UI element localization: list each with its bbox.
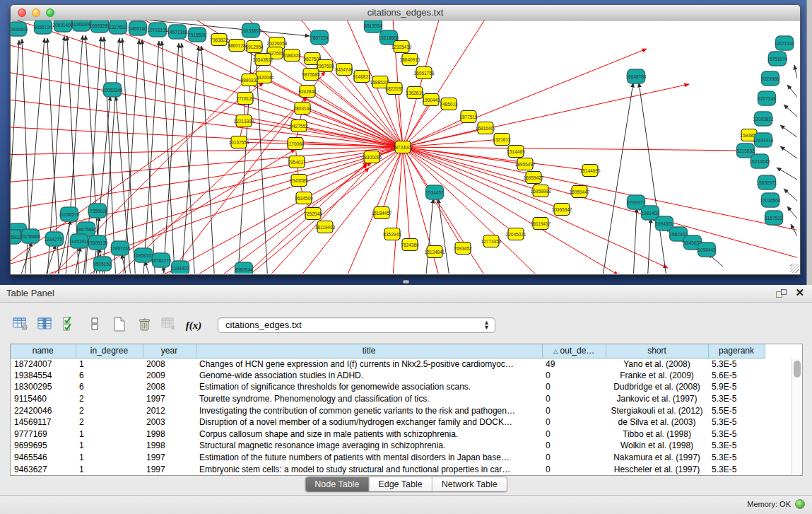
graph-node[interactable]: 1170064 (287, 138, 305, 150)
table-row[interactable]: 969969511998Structural magnetic resonanc… (11, 440, 765, 452)
function-builder-button[interactable]: f(x) (184, 316, 203, 334)
graph-node[interactable]: 8580544 (235, 262, 253, 274)
graph-node[interactable]: 10653287 (90, 21, 110, 33)
tab-edge-table[interactable]: Edge Table (368, 477, 431, 491)
graph-node[interactable]: 6466140 (129, 21, 147, 35)
graph-node[interactable]: 8352945 (383, 228, 401, 240)
graph-node[interactable]: 1514469 (507, 146, 525, 158)
graph-node[interactable]: 16959998 (531, 185, 551, 197)
graph-node[interactable]: 6822037 (385, 83, 404, 95)
graph-node[interactable]: 9242848 (298, 86, 317, 98)
row-height-button[interactable] (86, 316, 104, 334)
graph-node[interactable]: 1321612 (493, 134, 511, 146)
table-settings-button[interactable] (11, 316, 30, 334)
graph-node[interactable]: 11451914 (69, 234, 90, 248)
table-row[interactable]: 1872400712008Changes of HCN gene express… (11, 358, 765, 370)
column-header-title[interactable]: title (196, 344, 542, 358)
new-table-button[interactable] (110, 316, 129, 334)
graph-node[interactable]: 8427552 (290, 120, 308, 132)
graph-node[interactable]: 16033809 (241, 23, 261, 37)
column-header-in_degree[interactable]: in_degree (76, 344, 143, 358)
graph-node[interactable]: 8186328 (283, 49, 301, 62)
graph-node[interactable]: 12773354 (481, 235, 502, 247)
graph-node[interactable]: 12093822 (753, 112, 774, 126)
graph-node[interactable]: 8860128 (228, 40, 246, 52)
graph-node[interactable]: 17957255 (110, 241, 131, 255)
graph-node[interactable]: 11283309 (71, 21, 92, 31)
close-panel-icon[interactable]: ✕ (795, 286, 804, 299)
memory-status-indicator[interactable] (795, 499, 805, 509)
graph-node[interactable]: 9634509 (295, 192, 313, 204)
graph-node[interactable]: 15184457 (372, 207, 392, 219)
table-row[interactable]: 946554611997Estimation of the future num… (11, 452, 765, 464)
graph-node[interactable]: 2543585 (290, 175, 308, 187)
graph-node[interactable]: 7857224 (310, 30, 329, 45)
graph-node[interactable]: 20691406 (53, 21, 73, 32)
select-columns-button[interactable] (61, 316, 79, 334)
window-resize-grip[interactable] (790, 264, 799, 273)
graph-node[interactable]: 1090443 (698, 243, 716, 257)
graph-hub-node[interactable]: 18724007 (393, 141, 413, 153)
graph-node[interactable]: 2718126 (236, 93, 254, 105)
graph-node[interactable]: 7252048 (304, 208, 322, 220)
graph-node[interactable]: 1534457 (425, 185, 444, 199)
column-header-short[interactable]: short (606, 344, 708, 358)
graph-node[interactable]: 10107554 (229, 136, 249, 148)
graph-node[interactable]: 8454749 (335, 64, 353, 76)
graph-node[interactable]: 18300295 (362, 151, 382, 163)
graph-node[interactable]: 9146821 (353, 71, 371, 83)
graph-node[interactable]: 15692971 (757, 175, 777, 189)
graph-node[interactable]: 9890332 (240, 74, 259, 86)
graph-node[interactable]: 7624360 (401, 239, 419, 251)
graph-node[interactable]: 16210643 (750, 154, 770, 168)
graph-node[interactable]: 16648784 (626, 69, 647, 83)
graph-node[interactable]: 14671368 (167, 25, 188, 39)
graph-node[interactable]: 8912954 (245, 41, 264, 53)
graph-node[interactable]: 22045021 (506, 228, 526, 240)
graph-node[interactable]: 16119417 (531, 218, 551, 230)
graph-node[interactable]: 16816407 (476, 122, 496, 134)
graph-node[interactable]: 9505152 (93, 257, 112, 271)
close-window-button[interactable] (18, 8, 26, 17)
graph-node[interactable]: 16959427 (524, 172, 544, 184)
graph-node[interactable]: 18955497 (515, 158, 536, 170)
column-header-name[interactable]: name (11, 344, 76, 358)
graph-node[interactable]: 7954017 (288, 156, 306, 168)
graph-node[interactable]: 10365342 (552, 204, 572, 216)
graph-node[interactable]: 8813054 (364, 21, 382, 33)
graph-node[interactable]: 1167533 (765, 211, 783, 225)
graph-node[interactable]: 3915902 (11, 230, 21, 244)
column-header-out_de[interactable]: △out_de… (542, 344, 606, 358)
float-panel-icon[interactable] (776, 289, 787, 298)
column-chooser-button[interactable] (36, 316, 54, 334)
panel-splitter-handle[interactable] (403, 280, 409, 284)
table-row[interactable]: 1830029562008Estimation of significance … (11, 381, 765, 393)
graph-node[interactable]: 1877515 (459, 111, 478, 123)
graph-node[interactable]: 15124841 (425, 246, 445, 258)
table-row[interactable]: 1938455462009Genome-wide association stu… (11, 370, 765, 382)
graph-node[interactable]: 7485013 (440, 98, 458, 110)
graph-node[interactable]: 18640910 (400, 54, 420, 66)
graph-node[interactable]: 7693452 (454, 243, 472, 255)
tab-network-table[interactable]: Network Table (432, 477, 507, 491)
graph-node[interactable]: 11156868 (20, 229, 40, 243)
graph-node[interactable]: 20053346 (102, 83, 123, 97)
table-row[interactable]: 946362711997Embryonic stem cells: a mode… (11, 463, 765, 475)
column-header-year[interactable]: year (143, 344, 196, 358)
table-selector-dropdown[interactable]: citations_edges.txt ▲▼ (218, 317, 495, 333)
graph-node[interactable]: 15751074 (767, 52, 788, 66)
graph-node[interactable]: 16782275 (151, 253, 172, 267)
table-row[interactable]: 911546021997Tourette syndrome. Phenomeno… (11, 393, 765, 405)
graph-node[interactable]: 12325419 (392, 41, 412, 53)
graph-node[interactable]: 9355724 (34, 21, 52, 34)
graph-node[interactable]: 12342757 (45, 232, 65, 246)
window-titlebar[interactable]: citations_edges.txt (11, 5, 800, 21)
graph-node[interactable]: 7963822 (210, 34, 228, 46)
table-row[interactable]: 1456911722003Disruption of a novel membe… (11, 416, 765, 428)
delete-table-button[interactable] (135, 316, 153, 334)
graph-node[interactable]: 11671332 (775, 36, 795, 50)
graph-node[interactable]: 10719135 (148, 23, 168, 37)
table-row[interactable]: 977716911998Corpus callosum shape and si… (11, 428, 765, 440)
network-canvas[interactable]: 1049160393557242069140611283309106532871… (11, 21, 800, 274)
graph-node[interactable]: 20206576 (59, 207, 80, 221)
